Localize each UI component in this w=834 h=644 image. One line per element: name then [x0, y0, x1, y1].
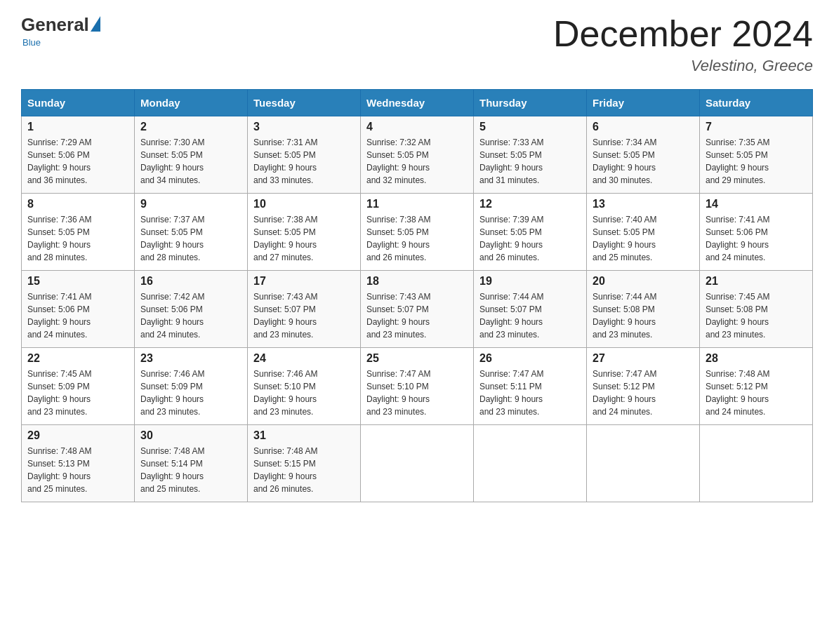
day-info: Sunrise: 7:46 AMSunset: 5:10 PMDaylight:… — [253, 368, 355, 418]
calendar-week-row: 29Sunrise: 7:48 AMSunset: 5:13 PMDayligh… — [22, 425, 813, 502]
table-row: 11Sunrise: 7:38 AMSunset: 5:05 PMDayligh… — [361, 194, 474, 271]
day-info: Sunrise: 7:32 AMSunset: 5:05 PMDaylight:… — [366, 136, 468, 187]
day-number: 1 — [27, 121, 128, 133]
day-number: 28 — [706, 352, 807, 365]
day-info: Sunrise: 7:47 AMSunset: 5:11 PMDaylight:… — [479, 368, 581, 418]
day-number: 29 — [27, 429, 128, 442]
table-row: 20Sunrise: 7:44 AMSunset: 5:08 PMDayligh… — [587, 271, 700, 348]
table-row: 5Sunrise: 7:33 AMSunset: 5:05 PMDaylight… — [474, 116, 587, 194]
table-row: 13Sunrise: 7:40 AMSunset: 5:05 PMDayligh… — [587, 194, 700, 271]
table-row: 26Sunrise: 7:47 AMSunset: 5:11 PMDayligh… — [474, 348, 587, 425]
day-info: Sunrise: 7:40 AMSunset: 5:05 PMDaylight:… — [593, 213, 694, 264]
calendar-header-row: Sunday Monday Tuesday Wednesday Thursday… — [22, 90, 813, 116]
day-info: Sunrise: 7:45 AMSunset: 5:09 PMDaylight:… — [27, 368, 128, 418]
day-info: Sunrise: 7:35 AMSunset: 5:05 PMDaylight:… — [706, 136, 807, 187]
table-row: 12Sunrise: 7:39 AMSunset: 5:05 PMDayligh… — [474, 194, 587, 271]
day-info: Sunrise: 7:41 AMSunset: 5:06 PMDaylight:… — [27, 290, 128, 341]
col-thursday: Thursday — [474, 90, 587, 116]
day-info: Sunrise: 7:42 AMSunset: 5:06 PMDaylight:… — [140, 290, 241, 341]
table-row: 9Sunrise: 7:37 AMSunset: 5:05 PMDaylight… — [135, 194, 248, 271]
col-monday: Monday — [135, 90, 248, 116]
day-info: Sunrise: 7:37 AMSunset: 5:05 PMDaylight:… — [140, 213, 241, 264]
table-row — [587, 425, 700, 502]
day-number: 15 — [27, 275, 128, 288]
day-number: 6 — [593, 121, 694, 133]
day-info: Sunrise: 7:44 AMSunset: 5:07 PMDaylight:… — [479, 290, 581, 341]
day-number: 25 — [366, 352, 468, 365]
table-row: 7Sunrise: 7:35 AMSunset: 5:05 PMDaylight… — [700, 116, 813, 194]
day-info: Sunrise: 7:46 AMSunset: 5:09 PMDaylight:… — [140, 368, 241, 418]
table-row — [700, 425, 813, 502]
day-info: Sunrise: 7:47 AMSunset: 5:12 PMDaylight:… — [593, 368, 694, 418]
day-info: Sunrise: 7:44 AMSunset: 5:08 PMDaylight:… — [593, 290, 694, 341]
table-row: 17Sunrise: 7:43 AMSunset: 5:07 PMDayligh… — [248, 271, 361, 348]
day-number: 9 — [140, 198, 241, 210]
table-row — [474, 425, 587, 502]
table-row: 25Sunrise: 7:47 AMSunset: 5:10 PMDayligh… — [361, 348, 474, 425]
day-info: Sunrise: 7:30 AMSunset: 5:05 PMDaylight:… — [140, 136, 241, 187]
day-info: Sunrise: 7:34 AMSunset: 5:05 PMDaylight:… — [593, 136, 694, 187]
day-number: 30 — [140, 429, 241, 442]
calendar-week-row: 1Sunrise: 7:29 AMSunset: 5:06 PMDaylight… — [22, 116, 813, 194]
day-info: Sunrise: 7:47 AMSunset: 5:10 PMDaylight:… — [366, 368, 468, 418]
table-row — [361, 425, 474, 502]
day-number: 31 — [253, 429, 355, 442]
day-info: Sunrise: 7:31 AMSunset: 5:05 PMDaylight:… — [253, 136, 355, 187]
day-info: Sunrise: 7:45 AMSunset: 5:08 PMDaylight:… — [706, 290, 807, 341]
day-number: 8 — [27, 198, 128, 210]
table-row: 28Sunrise: 7:48 AMSunset: 5:12 PMDayligh… — [700, 348, 813, 425]
table-row: 8Sunrise: 7:36 AMSunset: 5:05 PMDaylight… — [22, 194, 135, 271]
day-number: 13 — [593, 198, 694, 210]
day-info: Sunrise: 7:29 AMSunset: 5:06 PMDaylight:… — [27, 136, 128, 187]
day-info: Sunrise: 7:39 AMSunset: 5:05 PMDaylight:… — [479, 213, 581, 264]
logo-triangle-icon — [91, 16, 100, 32]
title-block: December 2024 Velestino, Greece — [553, 14, 813, 75]
calendar-week-row: 15Sunrise: 7:41 AMSunset: 5:06 PMDayligh… — [22, 271, 813, 348]
day-number: 21 — [706, 275, 807, 288]
day-number: 20 — [593, 275, 694, 288]
day-number: 26 — [479, 352, 581, 365]
day-info: Sunrise: 7:43 AMSunset: 5:07 PMDaylight:… — [366, 290, 468, 341]
table-row: 14Sunrise: 7:41 AMSunset: 5:06 PMDayligh… — [700, 194, 813, 271]
day-info: Sunrise: 7:48 AMSunset: 5:14 PMDaylight:… — [140, 445, 241, 495]
day-number: 16 — [140, 275, 241, 288]
day-number: 11 — [366, 198, 468, 210]
table-row: 24Sunrise: 7:46 AMSunset: 5:10 PMDayligh… — [248, 348, 361, 425]
day-info: Sunrise: 7:36 AMSunset: 5:05 PMDaylight:… — [27, 213, 128, 264]
col-sunday: Sunday — [22, 90, 135, 116]
table-row: 10Sunrise: 7:38 AMSunset: 5:05 PMDayligh… — [248, 194, 361, 271]
logo-blue-text: Blue — [22, 37, 41, 48]
table-row: 31Sunrise: 7:48 AMSunset: 5:15 PMDayligh… — [248, 425, 361, 502]
table-row: 4Sunrise: 7:32 AMSunset: 5:05 PMDaylight… — [361, 116, 474, 194]
table-row: 21Sunrise: 7:45 AMSunset: 5:08 PMDayligh… — [700, 271, 813, 348]
table-row: 18Sunrise: 7:43 AMSunset: 5:07 PMDayligh… — [361, 271, 474, 348]
table-row: 29Sunrise: 7:48 AMSunset: 5:13 PMDayligh… — [22, 425, 135, 502]
col-saturday: Saturday — [700, 90, 813, 116]
location: Velestino, Greece — [553, 57, 813, 75]
table-row: 15Sunrise: 7:41 AMSunset: 5:06 PMDayligh… — [22, 271, 135, 348]
day-number: 4 — [366, 121, 468, 133]
table-row: 22Sunrise: 7:45 AMSunset: 5:09 PMDayligh… — [22, 348, 135, 425]
table-row: 6Sunrise: 7:34 AMSunset: 5:05 PMDaylight… — [587, 116, 700, 194]
table-row: 1Sunrise: 7:29 AMSunset: 5:06 PMDaylight… — [22, 116, 135, 194]
day-number: 7 — [706, 121, 807, 133]
calendar-week-row: 22Sunrise: 7:45 AMSunset: 5:09 PMDayligh… — [22, 348, 813, 425]
table-row: 30Sunrise: 7:48 AMSunset: 5:14 PMDayligh… — [135, 425, 248, 502]
table-row: 23Sunrise: 7:46 AMSunset: 5:09 PMDayligh… — [135, 348, 248, 425]
day-info: Sunrise: 7:38 AMSunset: 5:05 PMDaylight:… — [366, 213, 468, 264]
day-number: 3 — [253, 121, 355, 133]
month-title: December 2024 — [553, 14, 813, 54]
day-number: 5 — [479, 121, 581, 133]
table-row: 27Sunrise: 7:47 AMSunset: 5:12 PMDayligh… — [587, 348, 700, 425]
day-number: 10 — [253, 198, 355, 210]
day-info: Sunrise: 7:48 AMSunset: 5:12 PMDaylight:… — [706, 368, 807, 418]
col-wednesday: Wednesday — [361, 90, 474, 116]
day-info: Sunrise: 7:33 AMSunset: 5:05 PMDaylight:… — [479, 136, 581, 187]
logo-general-text: General — [21, 14, 89, 36]
day-number: 18 — [366, 275, 468, 288]
day-number: 24 — [253, 352, 355, 365]
page-header: General Blue December 2024 Velestino, Gr… — [21, 14, 813, 75]
day-number: 12 — [479, 198, 581, 210]
table-row: 19Sunrise: 7:44 AMSunset: 5:07 PMDayligh… — [474, 271, 587, 348]
col-tuesday: Tuesday — [248, 90, 361, 116]
